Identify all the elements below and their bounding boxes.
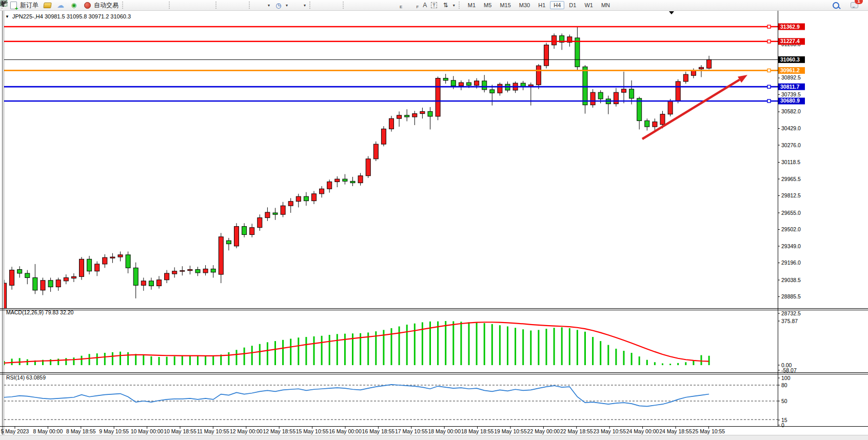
toolbar-grip[interactable] (215, 2, 219, 9)
line-handle[interactable] (767, 85, 771, 88)
bull-candle (95, 264, 100, 271)
tile-windows-button[interactable] (201, 1, 214, 10)
search-button[interactable] (829, 1, 842, 10)
bear-candle (343, 179, 347, 181)
candlestick-button[interactable] (141, 1, 154, 10)
price-badge: 30811.7 (778, 84, 805, 90)
notifications-button[interactable]: 1 (847, 1, 861, 10)
timeframe-H4[interactable]: H4 (550, 1, 564, 9)
chart-dropdown-icon[interactable]: ▼ (5, 14, 9, 19)
horizontal-line-tool[interactable] (361, 1, 374, 10)
rsi-axis-label: 0 (781, 422, 784, 428)
bull-candle (699, 67, 704, 69)
new-order-button[interactable]: 新订单 (7, 1, 41, 10)
bar-chart-button[interactable] (127, 1, 141, 10)
bull-candle (80, 259, 84, 276)
rsi-indicator-label: RSI(14) 63.0859 (6, 374, 46, 381)
bull-candle (320, 189, 324, 194)
timeframe-M15[interactable]: M15 (496, 1, 514, 9)
bull-candle (436, 78, 440, 116)
time-tick-label: 12 May 00:00 (230, 428, 263, 434)
community-button[interactable]: ☁ (54, 1, 67, 10)
macd-axis-label: 375.87 (781, 318, 798, 324)
zoom-in-button[interactable] (174, 1, 187, 10)
templates-button[interactable]: ▾ (290, 1, 308, 10)
time-tick-label: 5 May 2023 (1, 428, 29, 434)
arrows-tool[interactable]: ⇅ ▾ (439, 1, 457, 10)
time-tick-label: 18 May 18:55 (461, 428, 494, 434)
line-handle[interactable] (767, 69, 771, 72)
bear-candle (195, 270, 200, 273)
crosshair-tool-button[interactable] (328, 1, 341, 10)
time-tick-label: 8 May 00:00 (33, 428, 63, 434)
line-handle[interactable] (767, 99, 771, 103)
macd-axis-label: -58.07 (781, 367, 797, 373)
bear-candle (33, 277, 37, 290)
trendline-tool[interactable] (374, 1, 388, 10)
cloud-icon: ☁ (56, 1, 65, 9)
channel-tool[interactable]: E (388, 1, 404, 10)
text-label-letter: T (431, 2, 437, 8)
timeframe-H1[interactable]: H1 (535, 1, 549, 9)
bull-candle (397, 115, 402, 118)
autotrading-button[interactable]: 自动交易 (81, 1, 121, 10)
line-handle[interactable] (767, 25, 771, 28)
chart-shift-button[interactable] (234, 1, 247, 10)
fibonacci-tool[interactable]: F (404, 1, 421, 10)
bull-candle (157, 280, 162, 286)
bull-candle (165, 273, 169, 280)
line-handle[interactable] (767, 40, 771, 43)
trendline-icon (377, 1, 386, 9)
bull-candle (110, 257, 115, 258)
toolbar-grip[interactable] (122, 2, 126, 9)
bear-candle (350, 181, 355, 183)
bear-candle (87, 259, 92, 271)
svg-text:31227.4: 31227.4 (780, 38, 800, 44)
toolbar-grip[interactable] (169, 2, 172, 9)
signals-button[interactable]: ◉ (67, 1, 81, 10)
price-badge: 30961.2 (778, 67, 805, 74)
time-tick-label: 17 May 10:55 (395, 428, 428, 434)
price-badge: 31227.4 (778, 38, 805, 45)
text-label-tool[interactable]: T (429, 2, 439, 9)
chart-canvas[interactable]: 31203.030892.530739.530582.030429.030276… (0, 0, 868, 440)
auto-scroll-button[interactable] (221, 1, 234, 10)
bull-candle (475, 81, 479, 86)
bull-candle (552, 36, 557, 45)
timeframe-M5[interactable]: M5 (480, 1, 495, 9)
indicators-button[interactable]: ▾ (254, 1, 272, 10)
timeframe-M1[interactable]: M1 (464, 1, 479, 9)
dropdown-caret-icon: ▾ (286, 3, 288, 8)
text-tool[interactable]: A (421, 1, 429, 9)
add-indicator-icon (256, 1, 265, 9)
toolbar-grip[interactable] (343, 2, 346, 9)
timeframe-D1[interactable]: D1 (565, 1, 580, 9)
timeframe-W1[interactable]: W1 (581, 1, 597, 9)
timeframe-M30[interactable]: M30 (516, 1, 534, 9)
cursor-tool-button[interactable] (314, 1, 328, 10)
periods-button[interactable]: ◷ ▾ (272, 1, 290, 10)
vertical-line-tool[interactable] (348, 1, 361, 10)
bull-candle (64, 277, 68, 281)
bull-candle (668, 101, 673, 114)
time-tick-label: 11 May 10:55 (197, 428, 229, 434)
bull-candle (498, 84, 502, 93)
timeframe-MN[interactable]: MN (598, 1, 614, 9)
price-tick-label: 28732.5 (781, 310, 801, 316)
bull-candle (327, 182, 332, 189)
channel-icon (390, 1, 399, 9)
timeframe-bar: M1M5M15M30H1H4D1W1MN (464, 1, 614, 9)
bear-candle (242, 227, 247, 235)
bear-candle (598, 92, 603, 99)
toolbar-grip[interactable] (249, 2, 252, 9)
line-chart-button[interactable] (154, 1, 167, 10)
zoom-out-button[interactable] (187, 1, 201, 10)
price-badge: 30680.9 (778, 97, 805, 104)
time-axis[interactable]: 5 May 20238 May 00:008 May 18:559 May 10… (1, 427, 725, 434)
toolbar-grip[interactable] (459, 2, 462, 9)
styler-button[interactable] (41, 1, 54, 10)
toolbar-grip[interactable] (309, 2, 313, 9)
bull-candle (141, 281, 146, 286)
price-tick-label: 29655.0 (781, 210, 801, 216)
arrows-icon: ⇅ (441, 1, 450, 9)
